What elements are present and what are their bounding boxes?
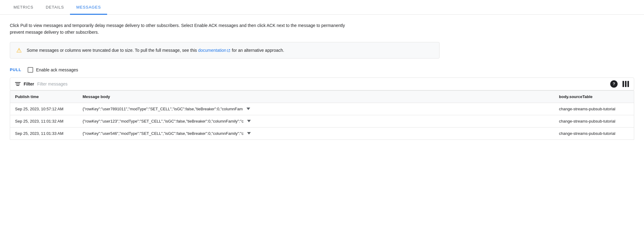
warning-text: Some messages or columns were truncated … (27, 48, 284, 53)
table-row: Sep 25, 2023, 11:01:33 AM{"rowKey":"user… (10, 127, 634, 139)
pull-button[interactable]: PULL (10, 67, 21, 72)
filter-icon (15, 82, 21, 86)
enable-ack-checkbox[interactable] (28, 67, 33, 73)
main-content: Click Pull to view messages and temporar… (0, 15, 644, 147)
message-body-text: {"rowKey":"user546","modType":"SET_CELL"… (83, 131, 243, 136)
tab-details[interactable]: DETAILS (40, 0, 70, 15)
documentation-link[interactable]: documentation (198, 48, 231, 53)
filter-left: Filter Filter messages (15, 82, 68, 86)
warning-banner: ⚠ Some messages or columns were truncate… (10, 42, 440, 59)
cell-message-body: {"rowKey":"user123","modType":"SET_CELL"… (78, 115, 554, 127)
expand-chevron-icon[interactable] (247, 120, 251, 122)
filter-label: Filter (24, 82, 34, 86)
columns-icon[interactable] (623, 81, 629, 87)
warning-icon: ⚠ (16, 47, 22, 54)
filter-row: Filter Filter messages ? (10, 78, 634, 90)
filter-input[interactable]: Filter messages (37, 82, 68, 86)
col-body-source-table: body.sourceTable (554, 91, 634, 103)
cell-body-source-table: change-streams-pubsub-tutorial (554, 127, 634, 139)
table-row: Sep 25, 2023, 10:57:12 AM{"rowKey":"user… (10, 103, 634, 115)
cell-publish-time: Sep 25, 2023, 10:57:12 AM (10, 103, 78, 115)
messages-table: Publish time Message body body.sourceTab… (10, 90, 634, 140)
expand-chevron-icon[interactable] (247, 132, 251, 135)
external-link-icon (227, 49, 231, 52)
enable-ack-label[interactable]: Enable ack messages (28, 67, 78, 73)
filter-right: ? (610, 80, 629, 88)
enable-ack-text: Enable ack messages (36, 67, 78, 72)
expand-chevron-icon[interactable] (246, 108, 250, 110)
cell-publish-time: Sep 25, 2023, 11:01:33 AM (10, 127, 78, 139)
tabs-bar: METRICS DETAILS MESSAGES (0, 0, 644, 15)
tab-metrics[interactable]: METRICS (7, 0, 40, 15)
cell-body-source-table: change-streams-pubsub-tutorial (554, 115, 634, 127)
warning-text-before: Some messages or columns were truncated … (27, 48, 198, 53)
help-icon[interactable]: ? (610, 80, 618, 88)
col-publish-time: Publish time (10, 91, 78, 103)
cell-body-source-table: change-streams-pubsub-tutorial (554, 103, 634, 115)
cell-message-body: {"rowKey":"user546","modType":"SET_CELL"… (78, 127, 554, 139)
cell-publish-time: Sep 25, 2023, 11:01:32 AM (10, 115, 78, 127)
table-header-row: Publish time Message body body.sourceTab… (10, 91, 634, 103)
cell-message-body: {"rowKey":"user7891011","modType":"SET_C… (78, 103, 554, 115)
warning-text-after: for an alternative approach. (231, 48, 284, 53)
table-row: Sep 25, 2023, 11:01:32 AM{"rowKey":"user… (10, 115, 634, 127)
message-body-text: {"rowKey":"user123","modType":"SET_CELL"… (83, 119, 243, 124)
toolbar: PULL Enable ack messages (10, 67, 634, 73)
col-message-body: Message body (78, 91, 554, 103)
message-body-text: {"rowKey":"user7891011","modType":"SET_C… (83, 107, 243, 111)
tab-messages[interactable]: MESSAGES (70, 0, 107, 15)
description-text: Click Pull to view messages and temporar… (10, 22, 347, 36)
